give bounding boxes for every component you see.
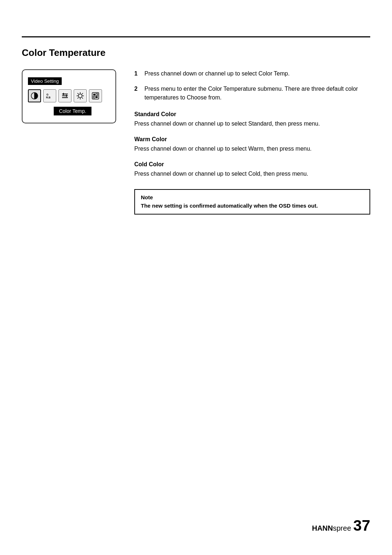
equalizer-icon (58, 89, 72, 102)
svg-line-17 (78, 98, 79, 99)
svg-line-14 (78, 93, 79, 94)
svg-rect-20 (96, 94, 98, 95)
note-text: The new setting is confirmed automatical… (141, 202, 364, 209)
step-2: 2 Press menu to enter the Color Temperat… (134, 85, 370, 102)
standard-color-text: Press channel down or channel up to sele… (134, 119, 370, 128)
warm-color-section: Warm Color Press channel down or channel… (134, 136, 370, 153)
svg-rect-5 (62, 95, 68, 96)
svg-text:R.B: R.B (46, 96, 50, 99)
page-title: Color Temperature (22, 47, 370, 58)
svg-rect-6 (62, 97, 68, 98)
warm-color-title: Warm Color (134, 136, 370, 143)
svg-rect-7 (63, 93, 64, 95)
osd-color-temp-box: Color Temp. (54, 107, 91, 115)
standard-color-title: Standard Color (134, 111, 370, 118)
step-1-text: Press channel down or channel up to sele… (144, 69, 290, 78)
content-row: Video Setting G R.B (22, 69, 370, 215)
settings-icon (89, 89, 102, 102)
svg-rect-19 (93, 94, 95, 95)
svg-point-9 (78, 94, 82, 98)
brightness-contrast-icon (28, 89, 41, 102)
step-1-number: 1 (134, 69, 141, 78)
step-2-text: Press menu to enter the Color Temperatur… (144, 85, 370, 102)
svg-rect-21 (93, 96, 95, 98)
brand-spree: spree (333, 524, 351, 532)
top-rule (22, 36, 370, 37)
svg-rect-8 (66, 95, 67, 97)
standard-color-section: Standard Color Press channel down or cha… (134, 111, 370, 128)
page-number: 37 (353, 518, 370, 533)
warm-color-text: Press channel down or channel up to sele… (134, 144, 370, 153)
osd-menu-label: Video Setting (28, 77, 62, 85)
cold-color-title: Cold Color (134, 161, 370, 168)
step-list: 1 Press channel down or channel up to se… (134, 69, 370, 102)
svg-rect-22 (96, 96, 98, 98)
svg-line-15 (82, 98, 83, 99)
instructions: 1 Press channel down or channel up to se… (134, 69, 370, 215)
svg-line-16 (82, 93, 83, 94)
cold-color-section: Cold Color Press channel down or channel… (134, 161, 370, 178)
step-2-number: 2 (134, 85, 141, 102)
step-1: 1 Press channel down or channel up to se… (134, 69, 370, 78)
color-rb-icon: G R.B (43, 89, 56, 102)
picture-icon (74, 89, 87, 102)
main-content: Color Temperature Video Setting G (22, 47, 370, 215)
osd-icons-row: G R.B (28, 89, 110, 102)
brand: HANNspree (312, 524, 351, 532)
svg-rect-4 (62, 94, 68, 94)
note-title: Note (141, 194, 364, 200)
osd-illustration: Video Setting G R.B (22, 69, 116, 123)
note-box: Note The new setting is confirmed automa… (134, 189, 370, 215)
footer: HANNspree 37 (312, 518, 370, 533)
cold-color-text: Press channel down or channel up to sele… (134, 170, 370, 178)
svg-text:G: G (46, 93, 49, 96)
brand-hann: HANN (312, 524, 333, 532)
